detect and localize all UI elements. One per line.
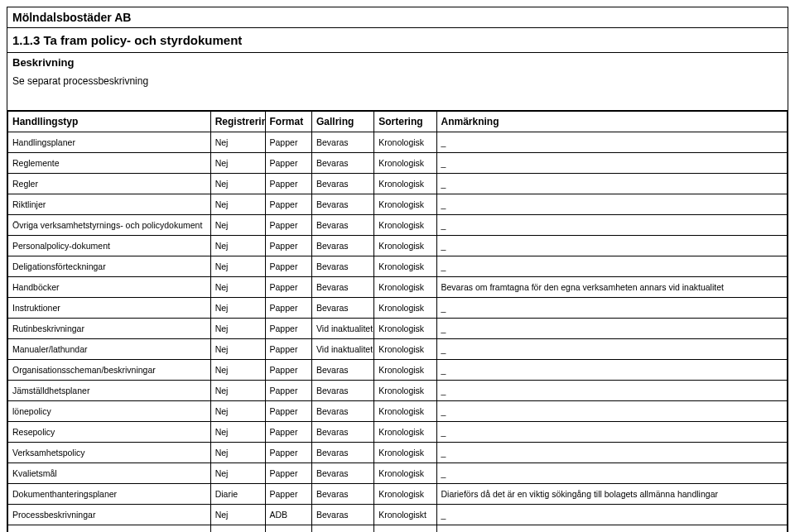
table-cell: Kronologiskt (374, 505, 436, 525)
table-cell: Papper (265, 215, 311, 236)
table-cell: Papper (265, 153, 311, 174)
table-cell: Reglemente (8, 153, 211, 174)
table-cell: Bevaras (311, 360, 373, 381)
table-cell: Papper (265, 401, 311, 422)
table-cell: Manualer/lathundar (8, 339, 211, 360)
table-cell: Nej (210, 422, 265, 443)
table-cell: Verksamhetspolicy (8, 443, 211, 463)
table-cell: Nej (210, 132, 265, 153)
table-row: RutinbeskrivningarNejPapperVid inaktuali… (8, 319, 788, 339)
table-cell: Papper (265, 277, 311, 298)
table-cell: Rutinbeskrivningar (8, 319, 211, 339)
table-cell: _ (436, 298, 787, 319)
table-row: Övriga verksamhetstyrnings- och policydo… (8, 215, 788, 236)
table-cell: Vid inaktualitet (311, 339, 373, 360)
table-cell: Nej (210, 525, 265, 533)
table-cell: Diarieförs då det är en viktig sökingång… (436, 484, 787, 505)
table-cell: Nej (210, 256, 265, 277)
table-cell: Papper (265, 236, 311, 256)
table-cell: Bevaras (311, 132, 373, 153)
col-header: Anmärkning (436, 112, 787, 132)
table-cell: Nej (210, 360, 265, 381)
table-row: HandlingsplanerNejPapperBevarasKronologi… (8, 132, 788, 153)
table-cell: Kronologisk (374, 422, 436, 443)
table-cell: Kronologisk (374, 360, 436, 381)
table-cell: Bevaras (311, 174, 373, 194)
table-row: DeligationsförteckningarNejPapperBevaras… (8, 256, 788, 277)
table-cell: _ (436, 525, 787, 533)
table-cell: Nej (210, 381, 265, 401)
table-cell: _ (436, 236, 787, 256)
table-row: InstruktionerNejPapperBevarasKronologisk… (8, 298, 788, 319)
table-cell: Personalpolicy-dokument (8, 236, 211, 256)
table-cell: _ (436, 422, 787, 443)
table-cell: Bevaras (311, 505, 373, 525)
table-cell: Nej (210, 319, 265, 339)
col-header: Gallring (311, 112, 373, 132)
table-cell: Bevaras (311, 215, 373, 236)
table-cell: Papper (265, 525, 311, 533)
table-cell: Kronologisk (374, 236, 436, 256)
company-name: Mölndalsbostäder AB (7, 7, 788, 28)
table-cell: Kronologisk (374, 401, 436, 422)
col-header: Registrering (210, 112, 265, 132)
table-cell: Deligationsförteckningar (8, 256, 211, 277)
table-cell: Nej (210, 194, 265, 215)
table-cell: Bevaras (311, 298, 373, 319)
table-cell: Kronologisk (374, 298, 436, 319)
table-cell: _ (436, 194, 787, 215)
table-cell: ADB (265, 505, 311, 525)
records-table: Handllingstyp Registrering Format Gallri… (7, 111, 788, 532)
table-cell: _ (436, 215, 787, 236)
table-cell: Kronologisk (374, 277, 436, 298)
table-row: Personalpolicy-dokumentNejPapperBevarasK… (8, 236, 788, 256)
table-cell: Nej (210, 215, 265, 236)
table-cell: Papper (265, 463, 311, 484)
table-cell: _ (436, 339, 787, 360)
table-cell: Nej (210, 153, 265, 174)
table-cell: _ (436, 505, 787, 525)
table-cell: Kronologisk (374, 443, 436, 463)
table-cell: Jämställdhetsplaner (8, 381, 211, 401)
table-cell: _ (436, 256, 787, 277)
table-row: ReglementeNejPapperBevarasKronologisk_ (8, 153, 788, 174)
description-label: Beskrivning (7, 52, 788, 72)
table-cell: Bevaras (311, 381, 373, 401)
table-row: lönepolicyNejPapperBevarasKronologisk_ (8, 401, 788, 422)
table-cell: _ (436, 463, 787, 484)
table-cell: _ (436, 153, 787, 174)
table-cell: Kronologisk (374, 132, 436, 153)
table-cell: Kronologisk (374, 215, 436, 236)
table-cell: Papper (265, 422, 311, 443)
table-cell: Organisationsscheman/beskrivningar (8, 360, 211, 381)
table-cell: Kvalitetsmanual (8, 525, 211, 533)
table-cell: Riktlinjer (8, 194, 211, 215)
table-cell: Bevaras (311, 194, 373, 215)
table-cell: Diarie (210, 484, 265, 505)
table-cell: Papper (265, 360, 311, 381)
table-cell: Kronologisk (374, 319, 436, 339)
table-cell: Kronologisk (374, 339, 436, 360)
table-cell: Instruktioner (8, 298, 211, 319)
table-cell: _ (436, 132, 787, 153)
table-cell: Papper (265, 194, 311, 215)
table-cell: Bevaras (311, 236, 373, 256)
table-cell: Nej (210, 505, 265, 525)
table-cell: _ (436, 381, 787, 401)
table-row: ProcessbeskrivningarNejADBBevarasKronolo… (8, 505, 788, 525)
table-cell: Bevaras (311, 256, 373, 277)
table-cell: Regler (8, 174, 211, 194)
document-frame: Mölndalsbostäder AB 1.1.3 Ta fram policy… (7, 7, 788, 532)
table-cell: Kronologisk (374, 484, 436, 505)
table-cell: Kronologisk (374, 381, 436, 401)
table-cell: Processbeskrivningar (8, 505, 211, 525)
table-cell: Nej (210, 174, 265, 194)
document-header: Mölndalsbostäder AB 1.1.3 Ta fram policy… (7, 7, 788, 111)
table-row: ReglerNejPapperBevarasKronologisk_ (8, 174, 788, 194)
table-cell: Bevaras (311, 463, 373, 484)
header-spacer (7, 92, 788, 110)
table-cell: Nej (210, 443, 265, 463)
table-cell: Papper (265, 319, 311, 339)
table-row: RiktlinjerNejPapperBevarasKronologisk_ (8, 194, 788, 215)
table-cell: _ (436, 174, 787, 194)
